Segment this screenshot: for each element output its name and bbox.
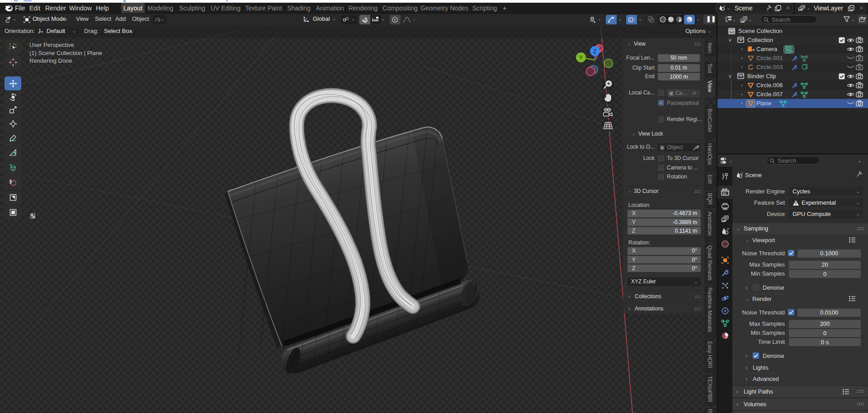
svg-text:Z: Z	[593, 48, 596, 55]
svg-text:Y: Y	[579, 55, 583, 61]
svg-text:X: X	[599, 46, 602, 51]
